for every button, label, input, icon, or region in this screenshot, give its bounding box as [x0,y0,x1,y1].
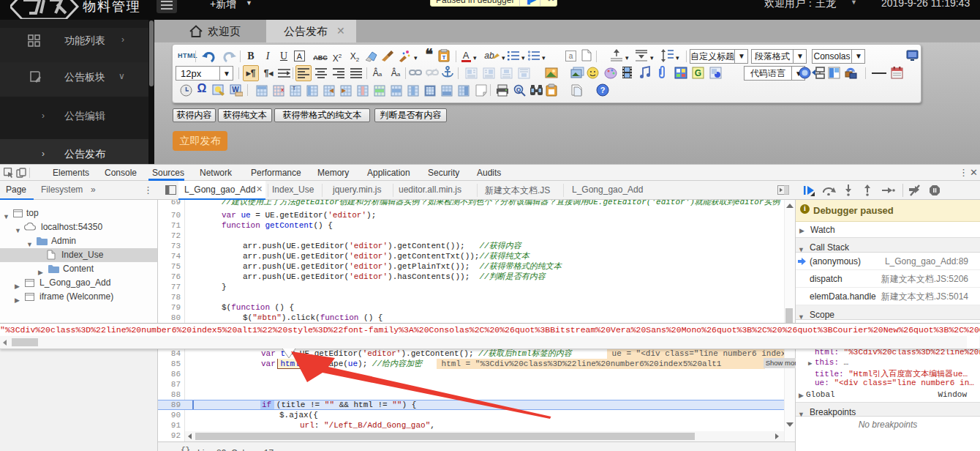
svg-text:T: T [442,54,446,61]
svg-text:?: ? [600,86,606,94]
svg-text:T: T [293,86,296,91]
svg-text:G: G [695,68,701,78]
svg-text:Q: Q [516,86,521,93]
svg-text:x: x [281,86,284,93]
